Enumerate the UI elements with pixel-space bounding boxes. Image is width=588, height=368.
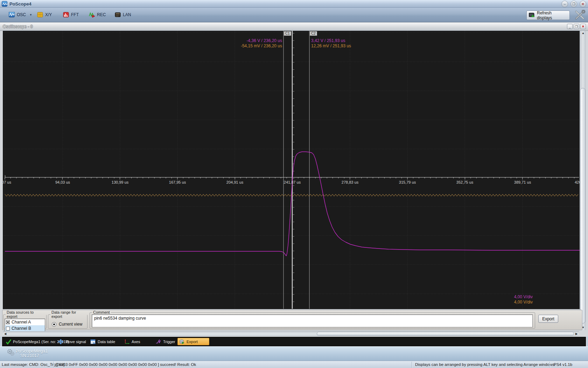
close-icon[interactable]: ✕: [580, 1, 586, 7]
main-toolbar-item-xy[interactable]: X/Y: [35, 10, 54, 19]
oscilloscope-window-controls: _ ❐ ✕: [567, 24, 586, 29]
check-icon: [6, 339, 11, 344]
bottom-toolbar-item-trigger[interactable]: Trigger: [154, 338, 176, 345]
scroll-right-icon[interactable]: ▶: [574, 332, 579, 336]
bottom-toolbar-item-label: Data table: [98, 340, 115, 344]
bottom-toolbar-item-label: Axes: [132, 340, 140, 344]
status-hint: Displays can be arranged by pressing ALT…: [415, 362, 555, 367]
horizontal-scrollbar[interactable]: ◀ ▶: [3, 331, 579, 336]
bottom-toolbar-item-export[interactable]: Export: [177, 338, 209, 345]
status-last-message: Last message: CMD: Osc_Trg[0x3]: [2, 362, 64, 367]
osc-icon: [9, 12, 15, 18]
rec-icon: [89, 12, 95, 18]
oscilloscope-window: Oscilloscope - 0 _ ❐ ✕ C1 C2 -4,36 V / 2…: [0, 22, 588, 336]
oscilloscope-title: Oscilloscope - 0: [3, 24, 33, 29]
scope-plot-area[interactable]: C1 C2 -4,36 V / 236,20 us -54,15 mV / 23…: [3, 31, 580, 309]
device-serial: SN:21017: [20, 353, 39, 358]
xy-icon: [37, 12, 43, 18]
scope-canvas: [3, 31, 580, 309]
axes-icon: [124, 339, 130, 344]
radio-icon: [52, 322, 56, 327]
export-db-icon: [179, 339, 184, 344]
channel-listbox[interactable]: Channel AChannel B: [5, 319, 45, 332]
export-button[interactable]: Export: [538, 315, 558, 323]
osc-close-icon[interactable]: ✕: [580, 24, 586, 29]
main-toolbar-item-rec[interactable]: REC: [87, 10, 107, 19]
bottom-toolbar-item-move-signal[interactable]: Move signal: [57, 338, 88, 345]
current-view-label: Current view: [59, 322, 82, 327]
time-axis-tick-label: 94,03 us: [55, 180, 70, 184]
comment-input[interactable]: pin6 ne5534 damping curve: [92, 314, 533, 327]
cursor2-readout-channel-b: 12,26 mV / 251,93 us: [311, 43, 351, 48]
bottom-toolbar-item-axes[interactable]: Axes: [123, 338, 141, 345]
channel-row-channel-a[interactable]: Channel A: [5, 319, 45, 325]
main-toolbar-item-osc[interactable]: OSC▼: [7, 10, 34, 19]
time-axis-tick-label: 130,99 us: [112, 180, 128, 184]
data-sources-group: Data sources to export Channel AChannel …: [3, 310, 47, 329]
app-titlebar[interactable]: PoScope4 – ❐ ✕: [0, 0, 588, 8]
main-toolbar-item-label: X/Y: [45, 12, 52, 17]
channel-label: Channel A: [12, 320, 31, 325]
osc-restore-icon[interactable]: ❐: [574, 24, 579, 29]
time-axis-tick-label: 204,91 us: [226, 180, 243, 184]
restore-icon[interactable]: ❐: [570, 1, 577, 7]
channel-row-channel-b[interactable]: Channel B: [5, 325, 45, 332]
window-controls: – ❐ ✕: [561, 1, 586, 7]
settings-tools-icon[interactable]: [574, 10, 586, 20]
main-toolbar: OSC▼X/YFFTRECLAN Refresh displays: [0, 8, 588, 22]
cursor1-tag[interactable]: C1: [284, 31, 291, 36]
chevron-down-icon[interactable]: ▼: [29, 13, 32, 16]
cursor2-readout-channel-a: 3,42 V / 251,93 us: [311, 38, 345, 43]
refresh-displays-label: Refresh displays: [537, 11, 567, 20]
time-axis-tick-label: 389,71 us: [514, 180, 531, 184]
trigger-icon: [156, 339, 161, 344]
current-view-radio[interactable]: Current view: [52, 322, 82, 327]
time-axis-tick-label: 278,83 us: [342, 180, 358, 184]
comment-group-title: Comment: [92, 310, 111, 314]
cursor2-tag[interactable]: C2: [310, 31, 317, 36]
export-panel: Data sources to export Channel AChannel …: [2, 310, 582, 330]
fft-icon: [63, 12, 69, 18]
horizontal-scrollbar-thumb[interactable]: [317, 332, 574, 336]
time-axis-tick-label: 315,79 us: [399, 180, 416, 184]
device-gears-icon: [7, 349, 15, 358]
move-icon: [58, 339, 63, 344]
scroll-up-icon[interactable]: ▲: [580, 31, 586, 36]
status-payload: [ 0x03 0xFF 0x00 0x00 0x00 0x00 0x00 0x0…: [57, 362, 196, 367]
cursor1-readout-channel-b: -54,15 mV / 236,20 us: [223, 43, 282, 48]
status-version: PS4 v1.1b: [554, 362, 572, 367]
bottom-toolbar-item-data-table[interactable]: Data table: [89, 338, 117, 345]
vertical-scrollbar-thumb[interactable]: [580, 88, 586, 323]
oscilloscope-titlebar[interactable]: Oscilloscope - 0 _ ❐ ✕: [0, 23, 588, 31]
data-range-group-title: Data range for export: [50, 310, 87, 319]
device-status-band: PoScopeMega1 SN:21017: [0, 346, 588, 361]
checkbox-icon[interactable]: [6, 327, 10, 330]
time-axis-tick-label: 241,87 us: [284, 180, 301, 184]
refresh-displays-icon: [529, 13, 535, 18]
scroll-left-icon[interactable]: ◀: [3, 332, 8, 336]
main-toolbar-item-label: OSC: [17, 12, 26, 17]
bottom-toolbar-item-label: Export: [187, 340, 198, 344]
data-sources-group-title: Data sources to export: [6, 310, 46, 319]
vertical-scrollbar[interactable]: ▲ ▼: [580, 31, 586, 330]
main-toolbar-item-lan[interactable]: LAN: [113, 10, 133, 19]
refresh-displays-button[interactable]: Refresh displays: [526, 11, 570, 20]
bottom-toolbar: PoScopeMega1 (Ser. no: 21017)Move signal…: [2, 337, 586, 346]
app-icon: [2, 1, 7, 7]
poscope4-app: PoScope4 – ❐ ✕ OSC▼X/YFFTRECLAN Refresh …: [0, 0, 588, 368]
minimize-icon[interactable]: –: [561, 1, 568, 7]
osc-minimize-icon[interactable]: _: [567, 24, 573, 29]
checkbox-icon[interactable]: [6, 320, 10, 324]
main-toolbar-item-label: REC: [97, 12, 106, 17]
device-name: PoScopeMega1: [15, 348, 48, 354]
time-axis-tick-label: 352,75 us: [456, 180, 473, 184]
cursor1-readout-channel-a: -4,36 V / 236,20 us: [223, 38, 282, 43]
time-axis-tick-label: 426,6: [575, 180, 580, 184]
data-range-group: Data range for export Current view: [48, 310, 88, 329]
app-title: PoScope4: [9, 1, 31, 7]
main-toolbar-item-fft[interactable]: FFT: [61, 10, 80, 19]
lan-icon: [115, 12, 121, 18]
bottom-toolbar-item-label: Trigger: [163, 340, 175, 344]
main-toolbar-item-label: FFT: [71, 12, 79, 17]
main-toolbar-item-label: LAN: [123, 12, 131, 17]
